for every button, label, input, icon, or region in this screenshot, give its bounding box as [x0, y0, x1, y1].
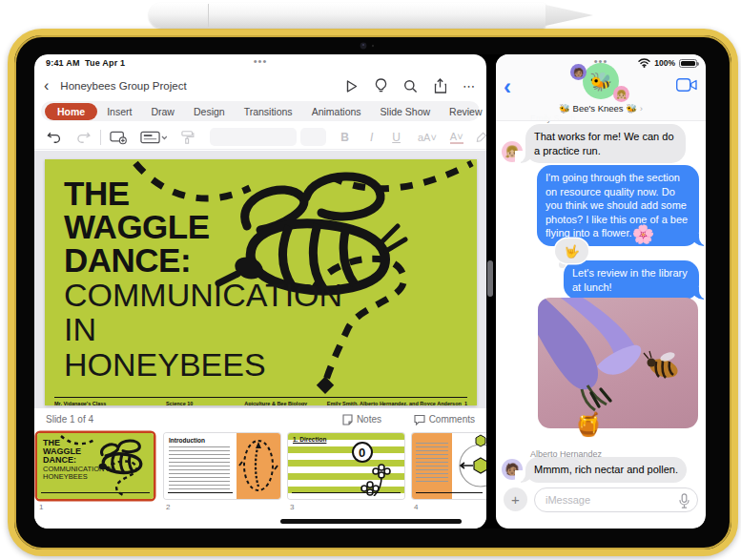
message-bubble-received[interactable]: Mmmm, rich nectar and pollen.: [525, 457, 687, 483]
tab-animations[interactable]: Animations: [302, 106, 371, 117]
message-composer: +: [496, 484, 706, 516]
home-indicator[interactable]: [280, 519, 462, 524]
slide-footer-course: Science 10: [166, 401, 193, 405]
slide-title: THE WAGGLE DANCE:: [64, 176, 210, 277]
notes-button[interactable]: Notes: [342, 414, 381, 425]
facetime-video-icon[interactable]: [676, 78, 697, 92]
tab-transitions[interactable]: Transitions: [235, 106, 302, 117]
format-painter-icon: [180, 130, 194, 145]
tapback-reaction[interactable]: 🤟: [555, 239, 588, 263]
powerpoint-window: 9:41 AM Tue Apr 1 ••• ‹ Honeybees Group …: [34, 54, 486, 529]
slide-footer: Mr. Vidanage's Class Science 10 Apicultu…: [54, 397, 467, 401]
status-right-cluster: 100%: [638, 58, 697, 68]
powerpoint-titlebar: ‹ Honeybees Group Project ⋯: [34, 73, 486, 98]
titlebar-actions: ⋯: [344, 73, 475, 98]
tab-review[interactable]: Review: [440, 106, 486, 117]
message-bubble-received[interactable]: That works for me! We can do a practice …: [525, 124, 686, 163]
thumbnail-slide-1[interactable]: THE WAGGLE DANCE: COMMUNICATION IN HONEY…: [37, 433, 154, 499]
ribbon-tabs: Home Insert Draw Design Transitions Anim…: [41, 101, 480, 121]
new-slide-icon[interactable]: [110, 130, 127, 145]
thumbnail-slide-2[interactable]: Introduction: [164, 433, 280, 499]
font-color-button[interactable]: A ˅: [450, 131, 463, 144]
share-icon[interactable]: [434, 78, 446, 93]
apple-pencil-tip: [545, 5, 593, 26]
slide-subtitle: COMMUNICATION IN HONEYBEES: [64, 278, 342, 382]
love-you-gesture-emoji: 🤟: [564, 244, 579, 259]
bold-button[interactable]: B: [340, 131, 349, 144]
wifi-icon: [638, 58, 650, 68]
slide-footer-class: Mr. Vidanage's Class: [54, 401, 106, 405]
underline-button[interactable]: U: [392, 131, 401, 144]
message-bubble-sent[interactable]: Let's review in the library at lunch!: [564, 260, 699, 300]
imessage-input-wrap: [534, 487, 698, 512]
formatting-toolbar: B I U aA ˅ A ˅: [34, 125, 486, 150]
thumb3-heading: 1. Direction: [293, 436, 326, 443]
purple-flower: [538, 298, 641, 410]
slide-footer-subject: Apiculture & Bee Biology: [244, 401, 307, 405]
font-size-field[interactable]: [300, 128, 326, 146]
thumb1-number: 1: [39, 503, 43, 511]
split-view-divider-handle[interactable]: [487, 260, 493, 297]
pencil-seam: [208, 4, 209, 27]
svg-text:0: 0: [359, 446, 365, 460]
change-case-button[interactable]: aA ˅: [418, 132, 437, 143]
tab-draw[interactable]: Draw: [141, 106, 184, 117]
photo-message-bee-flower[interactable]: [538, 298, 698, 428]
comments-button[interactable]: Comments: [414, 414, 475, 425]
search-icon[interactable]: [403, 79, 418, 93]
group-detail-chevron: ›: [640, 103, 643, 114]
thumb2-body-text: [169, 446, 230, 492]
thumb4-orange-panel: [412, 433, 452, 499]
bee-avatar-emoji: 🐝: [589, 71, 612, 93]
thumb2-heading: Introduction: [169, 437, 205, 444]
designer-bulb-icon[interactable]: [375, 78, 387, 93]
back-chevron-icon[interactable]: ‹: [44, 78, 49, 93]
thumb4-number: 4: [414, 503, 418, 511]
thumb1-footer-line: [41, 492, 150, 495]
slide-statusbar: Slide 1 of 4 Notes Comments: [34, 408, 486, 430]
redo-icon[interactable]: [76, 130, 91, 144]
tab-home[interactable]: Home: [45, 103, 97, 120]
slide-editor-canvas[interactable]: THE WAGGLE DANCE: COMMUNICATION IN HONEY…: [34, 151, 486, 408]
slide-footer-authors: Emily Smith, Alberto Hernandez, and Royc…: [327, 401, 462, 405]
back-chevron-icon[interactable]: ‹: [504, 75, 511, 98]
thumb2-orange-panel: [237, 433, 280, 499]
thumb3-footer-line: [292, 492, 401, 495]
thumbnail-slide-3[interactable]: 1. Direction 0: [288, 433, 404, 499]
thumb2-dance-diagram: [237, 433, 280, 499]
highlight-pen-icon[interactable]: [475, 131, 486, 144]
battery-icon: [679, 59, 697, 68]
member-avatar-2[interactable]: 👧🏼: [613, 86, 629, 102]
thumb3-number: 3: [290, 503, 294, 511]
notes-icon: [342, 414, 353, 425]
honey-pot-sticker[interactable]: 🍯: [574, 411, 603, 438]
thumbnail-strip: THE WAGGLE DANCE: COMMUNICATION IN HONEY…: [34, 430, 486, 529]
imessage-input[interactable]: [545, 488, 669, 511]
add-attachment-button[interactable]: +: [504, 487, 527, 511]
font-name-field[interactable]: [210, 128, 298, 146]
present-play-icon[interactable]: [344, 79, 359, 93]
member2-emoji: 👧🏼: [616, 90, 627, 99]
italic-button[interactable]: I: [370, 131, 373, 144]
tab-design[interactable]: Design: [184, 106, 235, 117]
thumb3-flower-doodles: 0: [341, 439, 399, 496]
undo-icon[interactable]: [47, 130, 61, 144]
slide-layout-icon[interactable]: [140, 130, 168, 145]
tab-slideshow[interactable]: Slide Show: [371, 106, 441, 117]
dictation-mic-icon[interactable]: [679, 493, 690, 508]
thumbnail-slide-4[interactable]: [412, 433, 486, 499]
group-name[interactable]: 🐝 Bee's Knees 🐝 ›: [496, 103, 706, 114]
flying-bee: [644, 351, 680, 382]
front-camera: [358, 41, 377, 51]
thumb2-footer-line: [168, 492, 233, 495]
more-options-icon[interactable]: ⋯: [463, 79, 475, 93]
comments-icon: [414, 414, 425, 425]
thumb2-number: 2: [166, 503, 170, 511]
tab-insert[interactable]: Insert: [97, 106, 141, 117]
ipad-screen: 9:41 AM Tue Apr 1 ••• ‹ Honeybees Group …: [34, 54, 706, 529]
flower-emoji: 🌸: [632, 224, 655, 244]
messages-window: ••• 100% ‹ 🐝 🧑🏽 👧🏼 🐝 Bee's Knees 🐝 › Emi…: [496, 54, 706, 529]
message-bubble-sent[interactable]: I'm going through the section on resourc…: [537, 165, 699, 246]
slide-1-canvas[interactable]: THE WAGGLE DANCE: COMMUNICATION IN HONEY…: [45, 159, 477, 405]
window-controls-dots[interactable]: •••: [34, 55, 486, 67]
